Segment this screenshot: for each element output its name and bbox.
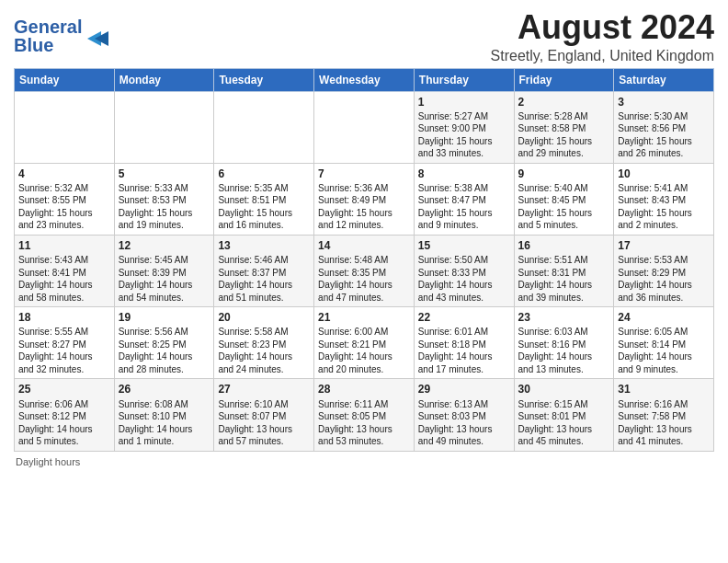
- day-number: 10: [618, 167, 710, 181]
- calendar-cell: 29Sunrise: 6:13 AMSunset: 8:03 PMDayligh…: [414, 379, 514, 451]
- day-number: 20: [218, 310, 310, 325]
- cell-info: and 47 minutes.: [318, 292, 410, 304]
- footer-note: Daylight hours: [14, 456, 714, 467]
- cell-info: and 32 minutes.: [18, 363, 110, 376]
- svg-text:Blue: Blue: [14, 35, 53, 55]
- calendar-cell: 3Sunrise: 5:30 AMSunset: 8:56 PMDaylight…: [614, 91, 714, 163]
- day-number: 2: [518, 95, 610, 109]
- cell-info: Sunset: 8:29 PM: [618, 267, 710, 280]
- cell-info: Daylight: 14 hours: [318, 350, 410, 363]
- cell-info: Daylight: 14 hours: [119, 350, 210, 363]
- calendar-cell: 11Sunrise: 5:43 AMSunset: 8:41 PMDayligh…: [15, 235, 115, 306]
- calendar-header-row: SundayMondayTuesdayWednesdayThursdayFrid…: [15, 68, 714, 91]
- cell-info: Sunset: 8:31 PM: [518, 267, 610, 280]
- cell-info: Sunrise: 5:41 AM: [618, 182, 710, 195]
- cell-info: and 49 minutes.: [418, 435, 510, 448]
- cell-info: Sunrise: 5:28 AM: [518, 110, 610, 123]
- calendar-cell: 14Sunrise: 5:48 AMSunset: 8:35 PMDayligh…: [314, 235, 415, 306]
- cell-info: and 53 minutes.: [318, 435, 410, 448]
- day-number: 27: [218, 382, 310, 396]
- calendar-cell: 2Sunrise: 5:28 AMSunset: 8:58 PMDaylight…: [514, 91, 614, 163]
- cell-info: Daylight: 14 hours: [18, 279, 110, 292]
- day-number: 24: [618, 310, 710, 325]
- cell-info: Sunset: 8:41 PM: [18, 267, 110, 280]
- day-number: 16: [518, 238, 610, 253]
- svg-marker-3: [95, 31, 108, 46]
- cell-info: Daylight: 14 hours: [18, 350, 110, 363]
- cell-info: Daylight: 15 hours: [318, 207, 410, 220]
- calendar-cell: 24Sunrise: 6:05 AMSunset: 8:14 PMDayligh…: [614, 307, 714, 379]
- cell-info: Sunrise: 5:56 AM: [119, 326, 210, 339]
- title-block: August 2024 Streetly, England, United Ki…: [491, 9, 714, 64]
- cell-info: and 17 minutes.: [418, 363, 510, 376]
- cell-info: Sunrise: 6:00 AM: [318, 326, 410, 339]
- logo-text: General Blue: [14, 13, 115, 63]
- cell-info: Sunset: 8:27 PM: [18, 339, 110, 351]
- calendar-cell: 5Sunrise: 5:33 AMSunset: 8:53 PMDaylight…: [114, 163, 214, 235]
- calendar-cell: 21Sunrise: 6:00 AMSunset: 8:21 PMDayligh…: [314, 307, 415, 379]
- cell-info: Sunset: 8:47 PM: [418, 194, 510, 207]
- cell-info: and 26 minutes.: [618, 147, 710, 160]
- cell-info: Sunrise: 5:53 AM: [618, 254, 710, 267]
- cell-info: Sunset: 8:49 PM: [318, 194, 410, 207]
- day-number: 4: [18, 167, 110, 181]
- cell-info: Daylight: 15 hours: [418, 207, 510, 220]
- cell-info: Daylight: 15 hours: [418, 135, 510, 148]
- cell-info: Daylight: 14 hours: [418, 350, 510, 363]
- day-number: 6: [218, 167, 310, 181]
- cell-info: and 24 minutes.: [218, 363, 310, 376]
- cell-info: Daylight: 13 hours: [618, 423, 710, 436]
- cell-info: Daylight: 14 hours: [418, 279, 510, 292]
- cell-info: Sunset: 8:03 PM: [418, 410, 510, 423]
- cell-info: Sunrise: 5:35 AM: [218, 182, 310, 195]
- cell-info: Daylight: 15 hours: [618, 135, 710, 148]
- cell-info: and 33 minutes.: [418, 147, 510, 160]
- day-number: 19: [119, 310, 210, 325]
- cell-info: Sunset: 8:23 PM: [218, 339, 310, 351]
- cell-info: and 12 minutes.: [318, 219, 410, 232]
- cell-info: and 5 minutes.: [518, 219, 610, 232]
- week-row-3: 11Sunrise: 5:43 AMSunset: 8:41 PMDayligh…: [15, 235, 714, 306]
- day-header-wednesday: Wednesday: [314, 68, 415, 91]
- cell-info: and 16 minutes.: [218, 219, 310, 232]
- cell-info: Sunrise: 6:15 AM: [518, 398, 610, 411]
- cell-info: Sunrise: 6:16 AM: [618, 398, 710, 411]
- day-number: 31: [618, 382, 710, 396]
- calendar-cell: 7Sunrise: 5:36 AMSunset: 8:49 PMDaylight…: [314, 163, 415, 235]
- calendar-cell: 19Sunrise: 5:56 AMSunset: 8:25 PMDayligh…: [114, 307, 214, 379]
- cell-info: Sunset: 8:18 PM: [418, 339, 510, 351]
- day-number: 12: [119, 238, 210, 253]
- cell-info: Sunrise: 5:46 AM: [218, 254, 310, 267]
- calendar-cell: 16Sunrise: 5:51 AMSunset: 8:31 PMDayligh…: [514, 235, 614, 306]
- day-number: 23: [518, 310, 610, 325]
- cell-info: Sunset: 8:21 PM: [318, 339, 410, 351]
- day-number: 7: [318, 167, 410, 181]
- cell-info: Sunrise: 5:36 AM: [318, 182, 410, 195]
- main-title: August 2024: [491, 9, 714, 46]
- cell-info: and 13 minutes.: [518, 363, 610, 376]
- cell-info: Sunrise: 5:40 AM: [518, 182, 610, 195]
- cell-info: Sunset: 8:43 PM: [618, 194, 710, 207]
- cell-info: and 28 minutes.: [119, 363, 210, 376]
- cell-info: and 29 minutes.: [518, 147, 610, 160]
- calendar-cell: [15, 91, 115, 163]
- cell-info: Sunset: 8:25 PM: [119, 339, 210, 351]
- cell-info: and 43 minutes.: [418, 292, 510, 304]
- cell-info: Daylight: 15 hours: [518, 207, 610, 220]
- calendar-cell: 18Sunrise: 5:55 AMSunset: 8:27 PMDayligh…: [15, 307, 115, 379]
- cell-info: Daylight: 14 hours: [119, 423, 210, 436]
- cell-info: Sunrise: 6:13 AM: [418, 398, 510, 411]
- cell-info: Sunset: 8:16 PM: [518, 339, 610, 351]
- calendar-cell: 13Sunrise: 5:46 AMSunset: 8:37 PMDayligh…: [214, 235, 314, 306]
- cell-info: Sunset: 7:58 PM: [618, 410, 710, 423]
- cell-info: Sunrise: 6:08 AM: [119, 398, 210, 411]
- cell-info: Daylight: 15 hours: [618, 207, 710, 220]
- cell-info: and 9 minutes.: [418, 219, 510, 232]
- calendar-table: SundayMondayTuesdayWednesdayThursdayFrid…: [14, 68, 714, 452]
- cell-info: Sunrise: 5:43 AM: [18, 254, 110, 267]
- cell-info: Sunset: 8:45 PM: [518, 194, 610, 207]
- calendar-cell: 27Sunrise: 6:10 AMSunset: 8:07 PMDayligh…: [214, 379, 314, 451]
- cell-info: Daylight: 13 hours: [318, 423, 410, 436]
- cell-info: Sunset: 8:55 PM: [18, 194, 110, 207]
- day-number: 25: [18, 382, 110, 396]
